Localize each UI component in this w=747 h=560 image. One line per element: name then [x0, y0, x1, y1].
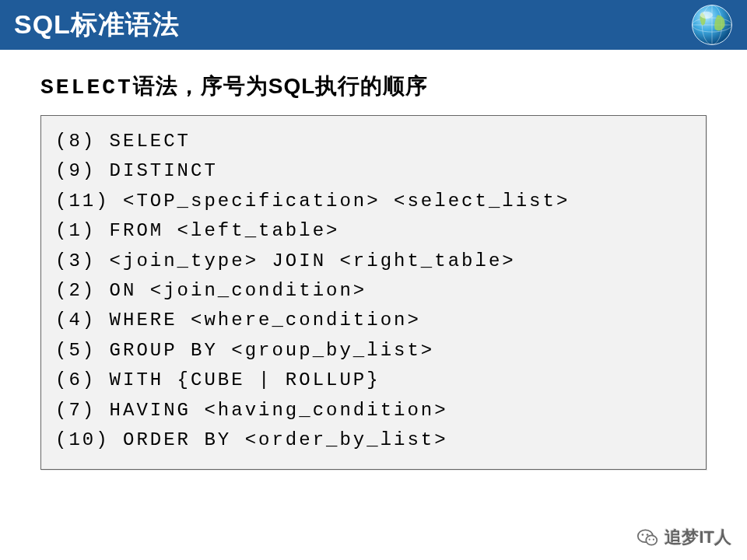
- code-line: (10) ORDER BY <order_by_list>: [55, 425, 692, 455]
- footer-brand: 追梦IT人: [637, 526, 731, 549]
- code-block: (8) SELECT (9) DISTINCT (11) <TOP_specif…: [40, 115, 707, 470]
- sub-heading: SELECT语法，序号为SQL执行的顺序: [40, 72, 747, 101]
- svg-point-10: [649, 539, 651, 541]
- code-line: (7) HAVING <having_condition>: [55, 396, 692, 425]
- svg-point-11: [653, 539, 654, 541]
- code-line: (3) <join_type> JOIN <right_table>: [55, 247, 692, 276]
- code-line: (4) WHERE <where_condition>: [55, 306, 692, 335]
- wechat-icon: [637, 527, 658, 548]
- footer-brand-text: 追梦IT人: [665, 526, 731, 549]
- code-line: (11) <TOP_specification> <select_list>: [55, 187, 692, 216]
- subheading-mono: SELECT: [40, 75, 133, 100]
- svg-point-9: [647, 534, 649, 536]
- header-bar: SQL标准语法: [0, 0, 747, 50]
- svg-point-7: [647, 535, 658, 544]
- code-line: (8) SELECT: [55, 127, 692, 156]
- subheading-rest: 语法，序号为SQL执行的顺序: [133, 74, 429, 98]
- code-line: (9) DISTINCT: [55, 156, 692, 186]
- globe-icon: [689, 2, 735, 47]
- code-line: (2) ON <join_condition>: [55, 276, 692, 306]
- code-line: (6) WITH {CUBE | ROLLUP}: [55, 366, 692, 395]
- code-line: (1) FROM <left_table>: [55, 216, 692, 246]
- code-line: (5) GROUP BY <group_by_list>: [55, 336, 692, 366]
- svg-point-8: [642, 534, 644, 536]
- svg-point-5: [700, 12, 713, 19]
- page-title: SQL标准语法: [14, 7, 180, 43]
